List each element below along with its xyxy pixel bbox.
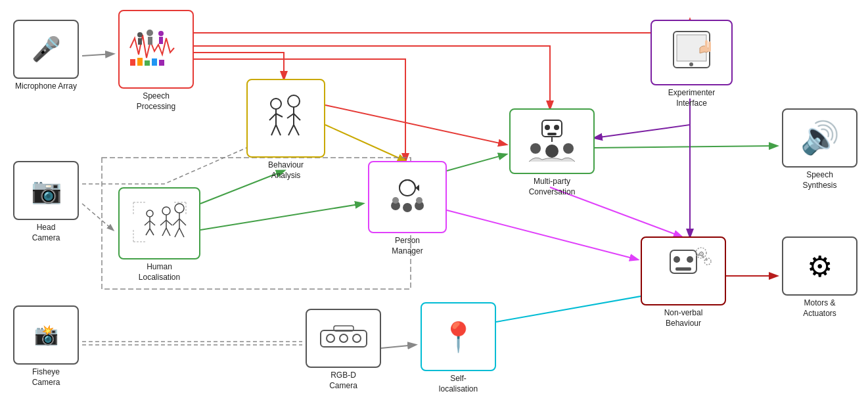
svg-line-39 xyxy=(145,221,150,225)
svg-point-86 xyxy=(327,334,334,342)
svg-line-42 xyxy=(150,229,154,235)
head-camera-icon: 📷 xyxy=(31,178,62,203)
person-manager-icon xyxy=(381,171,434,223)
svg-line-53 xyxy=(175,228,179,237)
svg-rect-12 xyxy=(159,60,164,66)
svg-line-46 xyxy=(166,220,172,225)
experimenter-interface-icon xyxy=(664,28,720,77)
svg-point-43 xyxy=(162,207,170,215)
svg-point-37 xyxy=(147,210,153,217)
svg-line-30 xyxy=(294,125,299,135)
svg-line-3 xyxy=(447,154,506,171)
node-experimenter-interface-label: ExperimenterInterface xyxy=(668,88,715,108)
svg-rect-70 xyxy=(547,133,557,135)
svg-point-82 xyxy=(697,254,700,256)
node-speech-synthesis: 🔊 SpeechSynthesis xyxy=(779,108,861,191)
svg-point-83 xyxy=(702,256,704,258)
svg-rect-10 xyxy=(145,60,150,66)
svg-line-52 xyxy=(179,219,186,225)
svg-line-21 xyxy=(269,114,276,120)
svg-point-60 xyxy=(392,197,399,204)
svg-point-76 xyxy=(674,256,680,263)
speech-synthesis-icon: 🔊 xyxy=(800,120,840,156)
svg-point-68 xyxy=(545,125,550,130)
svg-point-73 xyxy=(545,145,559,158)
node-multiparty-conversation: Multi-partyConversation xyxy=(506,108,598,197)
svg-point-58 xyxy=(403,203,412,212)
svg-rect-78 xyxy=(675,267,691,271)
svg-line-48 xyxy=(166,228,170,236)
node-person-manager: PersonManager xyxy=(365,161,450,256)
svg-line-54 xyxy=(179,228,184,237)
svg-line-6 xyxy=(381,345,415,348)
svg-line-0 xyxy=(82,54,113,56)
svg-rect-18 xyxy=(159,37,163,44)
svg-line-28 xyxy=(287,114,294,118)
node-nonverbal-behaviour: ⚙ Non-verbalBehaviour xyxy=(637,236,729,328)
node-human-localisation-label: HumanLocalisation xyxy=(139,262,180,282)
svg-line-51 xyxy=(173,219,179,225)
svg-line-47 xyxy=(162,228,166,236)
node-behaviour-analysis: BehaviourAnalysis xyxy=(243,79,329,181)
svg-rect-85 xyxy=(321,330,367,347)
svg-line-4 xyxy=(595,146,777,148)
node-multiparty-conversation-label: Multi-partyConversation xyxy=(529,177,576,197)
svg-point-13 xyxy=(137,32,143,37)
svg-line-2 xyxy=(200,204,363,230)
svg-point-74 xyxy=(563,143,574,154)
svg-point-25 xyxy=(288,95,300,107)
node-self-localisation: 📍 Self-localisation xyxy=(417,302,499,394)
svg-rect-9 xyxy=(137,58,143,66)
svg-point-61 xyxy=(416,197,423,204)
svg-rect-14 xyxy=(138,38,142,45)
node-experimenter-interface: ExperimenterInterface xyxy=(647,20,736,108)
svg-marker-56 xyxy=(415,185,419,191)
svg-line-29 xyxy=(288,125,294,135)
speech-processing-icon xyxy=(127,25,186,74)
human-localisation-icon xyxy=(130,199,189,248)
svg-point-84 xyxy=(705,258,708,261)
behaviour-analysis-icon xyxy=(260,91,312,146)
nonverbal-behaviour-icon: ⚙ xyxy=(654,245,713,297)
motors-actuators-icon: ⚙ xyxy=(807,250,833,283)
diagram-container: 🎤 Microphone Array xyxy=(0,0,868,404)
svg-point-69 xyxy=(554,125,559,130)
svg-rect-8 xyxy=(130,59,135,66)
svg-point-77 xyxy=(687,256,693,263)
svg-point-87 xyxy=(340,334,348,342)
svg-rect-16 xyxy=(148,37,152,45)
svg-point-15 xyxy=(147,30,153,36)
node-rgbd-camera: RGB-DCamera xyxy=(302,309,384,391)
svg-line-24 xyxy=(276,125,281,135)
svg-line-40 xyxy=(150,221,155,225)
svg-point-64 xyxy=(689,62,693,66)
svg-point-19 xyxy=(271,99,281,109)
multiparty-conversation-icon xyxy=(522,117,582,166)
svg-line-41 xyxy=(146,229,150,235)
svg-line-1 xyxy=(82,204,113,230)
node-head-camera: 📷 HeadCamera xyxy=(10,161,82,243)
node-person-manager-label: PersonManager xyxy=(392,236,423,256)
microphone-icon: 🎤 xyxy=(32,37,61,61)
svg-line-27 xyxy=(294,114,300,120)
node-microphone: 🎤 Microphone Array xyxy=(10,20,82,92)
node-fisheye-camera-label: FisheyeCamera xyxy=(32,367,60,388)
fisheye-camera-icon: 📸 xyxy=(34,325,58,345)
svg-line-45 xyxy=(160,220,166,225)
node-human-localisation: HumanLocalisation xyxy=(115,187,204,282)
node-nonverbal-behaviour-label: Non-verbalBehaviour xyxy=(664,308,703,328)
node-head-camera-label: HeadCamera xyxy=(32,223,60,243)
node-behaviour-analysis-label: BehaviourAnalysis xyxy=(268,160,304,181)
node-fisheye-camera: 📸 FisheyeCamera xyxy=(10,305,82,388)
svg-point-72 xyxy=(530,143,541,154)
svg-point-49 xyxy=(175,204,184,213)
svg-line-23 xyxy=(271,125,276,135)
node-motors-actuators: ⚙ Motors &Actuators xyxy=(779,236,861,319)
node-rgbd-camera-label: RGB-DCamera xyxy=(329,370,357,391)
node-speech-synthesis-label: SpeechSynthesis xyxy=(802,170,836,191)
node-microphone-label: Microphone Array xyxy=(15,81,77,92)
svg-rect-11 xyxy=(152,58,157,66)
svg-point-88 xyxy=(353,334,361,342)
rgbd-camera-icon xyxy=(317,321,370,356)
node-speech-processing-label: SpeechProcessing xyxy=(137,91,175,112)
